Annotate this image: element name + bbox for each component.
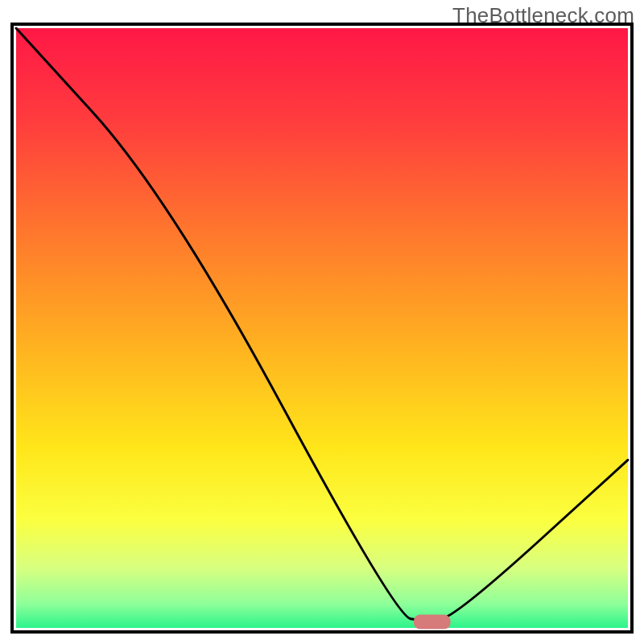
- chart-stage: TheBottleneck.com: [0, 0, 644, 644]
- plot-background: [16, 28, 628, 628]
- chart-canvas: [0, 0, 644, 644]
- optimum-marker: [414, 615, 451, 630]
- watermark-text: TheBottleneck.com: [452, 3, 634, 28]
